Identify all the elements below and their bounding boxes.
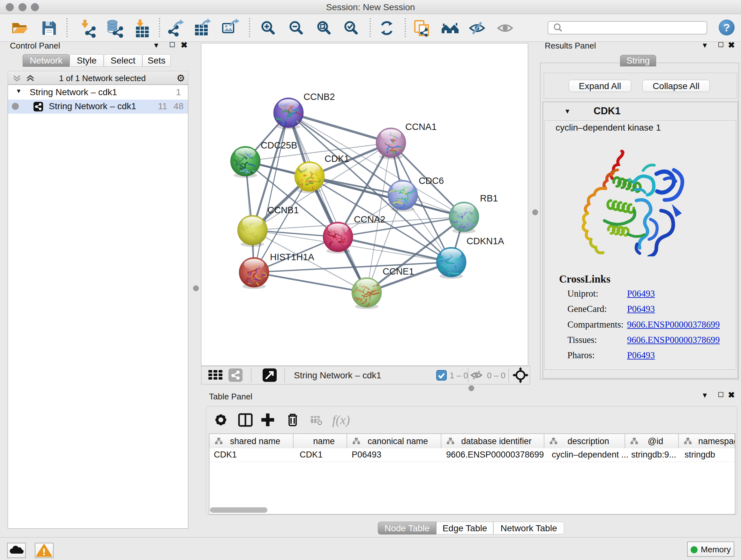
svg-text:CCNB1: CCNB1 — [267, 205, 299, 215]
svg-text:HIST1H1A: HIST1H1A — [270, 252, 314, 262]
svg-text:@id: @id — [648, 436, 663, 446]
svg-text:String Network – cdk1: String Network – cdk1 — [294, 370, 381, 380]
svg-text:CCNA2: CCNA2 — [354, 214, 385, 225]
svg-text:f(x): f(x) — [332, 413, 350, 427]
svg-text:CCNE1: CCNE1 — [383, 266, 414, 276]
svg-text:CDK1: CDK1 — [325, 153, 349, 164]
svg-text:canonical name: canonical name — [367, 436, 428, 446]
svg-text:CDC6: CDC6 — [419, 176, 444, 186]
svg-text:RB1: RB1 — [480, 193, 498, 203]
svg-text:database identifier: database identifier — [461, 436, 532, 446]
svg-text:CDKN1A: CDKN1A — [467, 236, 504, 246]
svg-text:name: name — [313, 436, 335, 446]
svg-text:1 – 0: 1 – 0 — [450, 371, 468, 380]
svg-text:description: description — [567, 436, 609, 446]
svg-text:CCNA1: CCNA1 — [405, 122, 436, 132]
svg-text:CDC25B: CDC25B — [261, 140, 297, 150]
svg-text:namespace: namespace — [698, 436, 735, 446]
svg-text:0 – 0: 0 – 0 — [487, 371, 506, 380]
svg-text:shared name: shared name — [230, 436, 280, 446]
svg-text:CCNB2: CCNB2 — [304, 91, 335, 102]
